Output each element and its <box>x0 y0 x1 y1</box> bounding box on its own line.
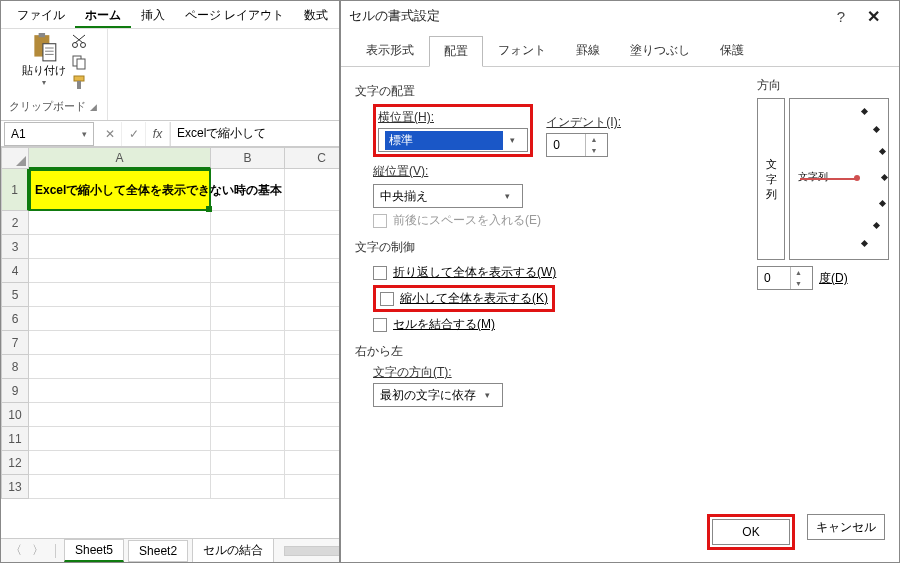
clipboard-paste-icon <box>31 33 57 63</box>
cell-A1[interactable]: Excelで縮小して全体を表示できない時の基本 <box>29 169 211 211</box>
cell-B8[interactable] <box>211 355 285 379</box>
copy-icon[interactable] <box>71 54 87 73</box>
sheet-tab-2[interactable]: Sheet2 <box>128 540 188 562</box>
sheet-tab-1[interactable]: Sheet5 <box>64 539 124 562</box>
cancel-formula-button[interactable]: ✕ <box>98 122 122 146</box>
cell-B13[interactable] <box>211 475 285 499</box>
orientation-pointer-end <box>854 175 860 181</box>
cell-A8[interactable] <box>29 355 211 379</box>
enter-formula-button[interactable]: ✓ <box>122 122 146 146</box>
cell-A2[interactable] <box>29 211 211 235</box>
tab-border[interactable]: 罫線 <box>561 35 615 66</box>
row-header-4[interactable]: 4 <box>1 259 29 283</box>
clipboard-dialog-launcher[interactable]: ◢ <box>88 102 99 112</box>
row-header-5[interactable]: 5 <box>1 283 29 307</box>
column-header-B[interactable]: B <box>211 147 285 169</box>
orientation-dial-label: 文字列 <box>798 170 828 184</box>
sheet-nav-next[interactable]: 〉 <box>29 542 47 560</box>
sheet-tab-3[interactable]: セルの結合 <box>192 538 274 563</box>
column-header-A[interactable]: A <box>29 147 211 169</box>
orientation-degree-spinner[interactable]: 0 ▲▼ <box>757 266 813 290</box>
ok-button[interactable]: OK <box>712 519 790 545</box>
chevron-down-icon: ▾ <box>82 129 87 139</box>
cell-B3[interactable] <box>211 235 285 259</box>
cancel-button[interactable]: キャンセル <box>807 514 885 540</box>
menu-insert[interactable]: 挿入 <box>131 1 175 28</box>
row-header-1[interactable]: 1 <box>1 169 29 211</box>
text-direction-label: 文字の方向(T): <box>373 364 885 381</box>
cell-B2[interactable] <box>211 211 285 235</box>
name-box[interactable]: A1 ▾ <box>4 122 94 146</box>
cell-A7[interactable] <box>29 331 211 355</box>
tab-font[interactable]: フォント <box>483 35 561 66</box>
spinner-down-icon[interactable]: ▼ <box>791 278 806 289</box>
row-header-6[interactable]: 6 <box>1 307 29 331</box>
tab-protect[interactable]: 保護 <box>705 35 759 66</box>
help-button[interactable]: ? <box>827 8 855 25</box>
sheet-nav-prev[interactable]: 〈 <box>7 542 25 560</box>
tab-fill[interactable]: 塗りつぶし <box>615 35 705 66</box>
cell-A11[interactable] <box>29 427 211 451</box>
spinner-down-icon[interactable]: ▼ <box>586 145 601 156</box>
row-header-9[interactable]: 9 <box>1 379 29 403</box>
cell-A13[interactable] <box>29 475 211 499</box>
row-header-7[interactable]: 7 <box>1 331 29 355</box>
merge-cells-checkbox[interactable]: セルを結合する(M) <box>373 312 885 337</box>
cell-A6[interactable] <box>29 307 211 331</box>
tab-alignment[interactable]: 配置 <box>429 36 483 67</box>
svg-line-8 <box>73 35 83 43</box>
spinner-up-icon[interactable]: ▲ <box>586 134 601 145</box>
row-header-12[interactable]: 12 <box>1 451 29 475</box>
cell-A12[interactable] <box>29 451 211 475</box>
cell-B7[interactable] <box>211 331 285 355</box>
cell-A10[interactable] <box>29 403 211 427</box>
row-header-10[interactable]: 10 <box>1 403 29 427</box>
horizontal-align-value: 標準 <box>385 131 503 150</box>
row-header-13[interactable]: 13 <box>1 475 29 499</box>
vertical-align-value: 中央揃え <box>380 188 428 205</box>
indent-value: 0 <box>553 138 560 152</box>
cell-A9[interactable] <box>29 379 211 403</box>
dialog-titlebar: セルの書式設定 ? ✕ <box>341 1 899 31</box>
indent-spinner[interactable]: 0 ▲▼ <box>546 133 608 157</box>
vertical-text-button[interactable]: 文 字 列 <box>757 98 785 260</box>
orientation-dial[interactable]: 文字列 <box>789 98 889 260</box>
insert-function-button[interactable]: fx <box>146 122 170 146</box>
spinner-up-icon[interactable]: ▲ <box>791 267 806 278</box>
select-all-button[interactable] <box>1 147 29 169</box>
cell-B12[interactable] <box>211 451 285 475</box>
cell-B6[interactable] <box>211 307 285 331</box>
row-header-2[interactable]: 2 <box>1 211 29 235</box>
svg-line-9 <box>75 35 85 43</box>
cell-A4[interactable] <box>29 259 211 283</box>
row-header-8[interactable]: 8 <box>1 355 29 379</box>
fill-handle[interactable] <box>206 206 212 212</box>
row-header-3[interactable]: 3 <box>1 235 29 259</box>
cell-B4[interactable] <box>211 259 285 283</box>
tab-number[interactable]: 表示形式 <box>351 35 429 66</box>
paste-button[interactable]: 貼り付け ▾ <box>21 33 67 87</box>
shrink-to-fit-checkbox[interactable]: 縮小して全体を表示する(K) <box>380 289 548 308</box>
cell-B5[interactable] <box>211 283 285 307</box>
ribbon-group-clipboard: 貼り付け ▾ クリップボード ◢ <box>1 29 108 120</box>
cell-A5[interactable] <box>29 283 211 307</box>
cell-B10[interactable] <box>211 403 285 427</box>
menu-page-layout[interactable]: ページ レイアウト <box>175 1 294 28</box>
horizontal-align-select[interactable]: 標準 ▾ <box>378 128 528 152</box>
cell-B11[interactable] <box>211 427 285 451</box>
menu-formulas[interactable]: 数式 <box>294 1 338 28</box>
menu-home[interactable]: ホーム <box>75 1 131 28</box>
menu-file[interactable]: ファイル <box>7 1 75 28</box>
cell-B9[interactable] <box>211 379 285 403</box>
vertical-text-char: 列 <box>766 187 777 202</box>
cut-icon[interactable] <box>71 33 87 52</box>
format-cells-dialog: セルの書式設定 ? ✕ 表示形式 配置 フォント 罫線 塗りつぶし 保護 文字の… <box>339 1 899 562</box>
format-painter-icon[interactable] <box>71 75 87 94</box>
vertical-align-select[interactable]: 中央揃え ▾ <box>373 184 523 208</box>
separator <box>55 544 56 558</box>
text-direction-select[interactable]: 最初の文字に依存 ▾ <box>373 383 503 407</box>
vertical-text-char: 文 <box>766 157 777 172</box>
close-button[interactable]: ✕ <box>855 7 891 26</box>
cell-A3[interactable] <box>29 235 211 259</box>
row-header-11[interactable]: 11 <box>1 427 29 451</box>
